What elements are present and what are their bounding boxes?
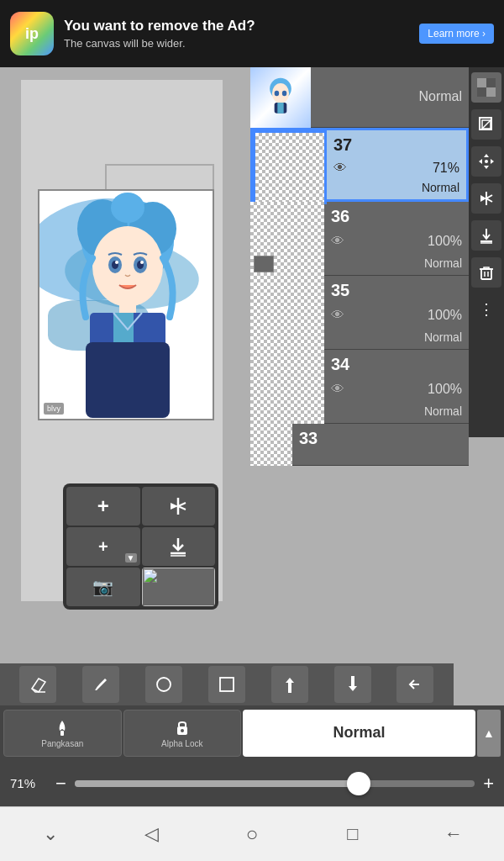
ad-title: You want to remove the Ad? — [64, 18, 409, 34]
svg-point-40 — [157, 678, 171, 691]
watermark: blvy — [44, 403, 64, 415]
svg-rect-14 — [86, 342, 170, 418]
svg-point-9 — [115, 261, 118, 264]
layer-info-37: 37 👁 71% Normal — [327, 130, 466, 199]
layer-reference-button[interactable] — [471, 109, 501, 140]
svg-point-3 — [111, 193, 144, 223]
svg-point-39 — [181, 729, 184, 732]
add-layer-button[interactable]: + — [66, 487, 140, 526]
opacity-decrease-button[interactable]: − — [55, 773, 66, 795]
nav-recents-button[interactable]: □ — [332, 813, 374, 855]
opacity-increase-button[interactable]: + — [483, 773, 494, 795]
circle-selection-tool[interactable] — [145, 666, 182, 703]
eye-icon: 👁 — [331, 234, 344, 249]
layer-thumb — [250, 67, 311, 128]
layer-info-35: 35 👁 100% Normal — [324, 276, 469, 349]
camera-button[interactable]: 📷 — [66, 568, 140, 606]
pangkasan-label: Pangkasan — [41, 739, 83, 748]
svg-point-17 — [275, 90, 280, 95]
back-arrow-tool[interactable] — [396, 666, 433, 703]
nav-home-button[interactable]: ○ — [231, 813, 273, 855]
opacity-slider-track[interactable] — [75, 780, 475, 787]
layer-info-36: 36 👁 100% Normal — [324, 202, 469, 275]
svg-rect-24 — [486, 87, 496, 97]
eraser-tool[interactable] — [19, 666, 56, 703]
svg-rect-42 — [288, 683, 291, 693]
layer-info-34: 34 👁 100% Normal — [324, 350, 469, 423]
ad-subtitle: The canvas will be wider. — [64, 37, 409, 50]
alpha-lock-button[interactable]: Alpha Lock — [123, 710, 242, 757]
svg-point-4 — [92, 226, 163, 307]
layer-thumb-36 — [250, 202, 324, 276]
delete-layer-button[interactable] — [471, 257, 501, 288]
svg-rect-41 — [220, 678, 234, 691]
nav-back-button[interactable]: ◁ — [130, 813, 172, 855]
pangkasan-button[interactable]: Pangkasan — [3, 710, 122, 757]
svg-point-28 — [485, 160, 488, 163]
svg-rect-13 — [113, 313, 134, 346]
bottom-tools-panel: + + ▼ 📷 — [63, 483, 218, 610]
pangkasan-icon — [52, 717, 72, 737]
merge-layer-button[interactable] — [142, 527, 216, 566]
more-options-button[interactable]: ⋮ — [471, 294, 501, 325]
alpha-lock-icon — [172, 717, 192, 737]
eye-icon: 👁 — [331, 382, 344, 397]
move-down-tool[interactable] — [334, 666, 371, 703]
ad-banner: ip You want to remove the Ad? The canvas… — [0, 0, 504, 67]
ad-text: You want to remove the Ad? The canvas wi… — [64, 18, 409, 49]
layer-thumb-34 — [250, 350, 324, 424]
flip-button[interactable] — [471, 183, 501, 214]
svg-rect-22 — [486, 78, 496, 87]
merge-down-button[interactable] — [471, 220, 501, 251]
action-bar: Pangkasan Alpha Lock Normal ▲ — [0, 705, 504, 760]
blend-mode-button[interactable]: Normal — [243, 710, 475, 757]
svg-point-18 — [282, 90, 287, 95]
layer-item-35[interactable]: 35 👁 100% Normal — [250, 276, 469, 350]
svg-point-10 — [140, 261, 144, 264]
nav-arrow-button[interactable]: ← — [433, 813, 475, 855]
add-layer-below-button[interactable]: + ▼ — [66, 527, 140, 566]
checkerboard-button[interactable] — [471, 72, 501, 103]
eye-icon: 👁 — [333, 161, 347, 176]
ad-learn-more-button[interactable]: Learn more › — [419, 24, 494, 44]
svg-rect-23 — [477, 87, 486, 97]
brush-tool[interactable] — [82, 666, 119, 703]
layer-item-33[interactable]: 33 — [250, 424, 469, 466]
move-button[interactable] — [471, 146, 501, 177]
svg-rect-25 — [480, 118, 491, 129]
layer-info-33: 33 — [292, 424, 469, 465]
bottom-navigation: ⌄ ◁ ○ □ ← — [0, 806, 504, 861]
layer-info: Normal — [311, 67, 469, 127]
opacity-slider-handle[interactable] — [347, 772, 370, 795]
right-toolbar: ⋮ — [469, 67, 504, 437]
svg-rect-37 — [60, 731, 64, 736]
drawing-toolbar — [0, 663, 454, 705]
svg-rect-21 — [477, 78, 486, 87]
layer-thumb-33 — [250, 424, 292, 466]
nav-down-button[interactable]: ⌄ — [29, 813, 71, 855]
layer-thumb-37 — [253, 130, 327, 204]
layer-item-37[interactable]: 37 👁 71% Normal — [250, 128, 469, 202]
svg-line-27 — [481, 119, 491, 129]
svg-rect-20 — [277, 103, 283, 114]
flip-layer-button[interactable] — [142, 487, 216, 526]
layer-item[interactable]: Normal — [250, 67, 469, 128]
layer-panel[interactable]: Normal 37 👁 71% Normal — [250, 67, 469, 572]
svg-rect-31 — [481, 269, 491, 279]
alpha-lock-label: Alpha Lock — [161, 739, 202, 748]
opacity-bar: 71% − + — [0, 760, 504, 806]
expand-arrow-icon: ▲ — [483, 726, 495, 740]
blend-mode-label: Normal — [333, 724, 385, 742]
ad-icon-text: ip — [25, 25, 39, 43]
eye-icon: 👁 — [331, 308, 344, 323]
layer-item-34[interactable]: 34 👁 100% Normal — [250, 350, 469, 424]
canvas-drawing[interactable]: blvy — [38, 189, 214, 420]
rect-selection-tool[interactable] — [208, 666, 245, 703]
layer-item-36[interactable]: 36 👁 100% Normal — [250, 202, 469, 276]
svg-rect-43 — [351, 676, 354, 686]
opacity-value: 71% — [10, 776, 47, 790]
move-up-tool[interactable] — [271, 666, 308, 703]
layer-thumb-35 — [250, 276, 324, 350]
ad-icon: ip — [10, 12, 54, 55]
blend-mode-expand-button[interactable]: ▲ — [477, 710, 501, 757]
